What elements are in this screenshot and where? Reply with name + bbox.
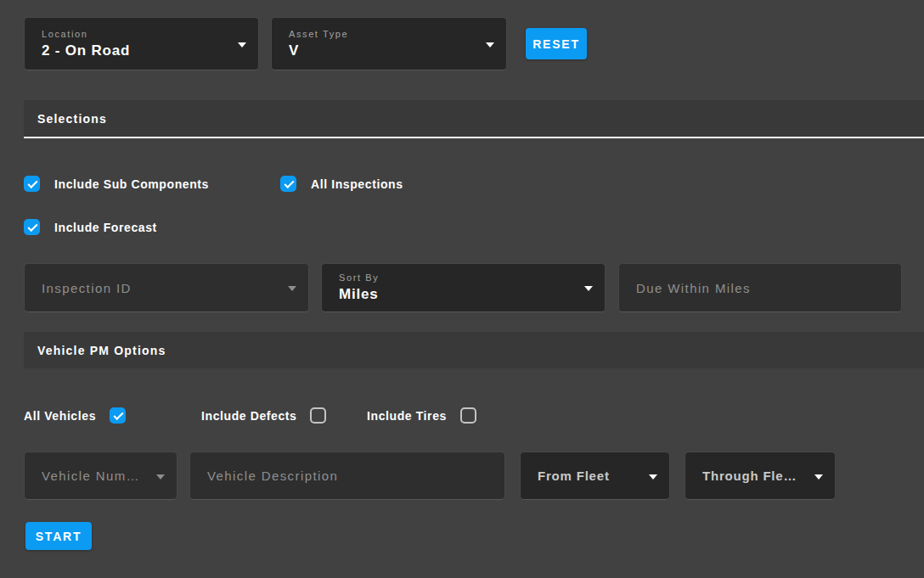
vehicle-pm-fields-row: Vehicle Num… From Fleet Through Fle… [0,452,924,500]
chevron-down-icon [486,42,494,48]
chevron-down-icon [649,474,657,480]
selections-checkbox-row-2: Include Forecast [0,219,924,235]
vehicle-number-select[interactable]: Vehicle Num… [24,452,177,500]
include-forecast-checkbox[interactable] [24,219,40,235]
location-select[interactable]: Location 2 - On Road [24,17,259,70]
include-sub-components-label: Include Sub Components [54,177,209,191]
include-forecast-label: Include Forecast [54,221,157,234]
sort-by-select[interactable]: Sort By Miles [321,263,606,312]
vehicle-pm-section-header: Vehicle PM Options [24,332,924,368]
selections-title: Selections [37,112,107,126]
asset-type-value: V [289,42,493,59]
include-tires-label: Include Tires [367,409,447,423]
selections-fields-row: Inspection ID Sort By Miles [0,263,924,312]
sort-by-label: Sort By [339,272,591,283]
vehicle-number-placeholder: Vehicle Num… [42,469,163,483]
all-vehicles-checkbox[interactable] [110,407,126,424]
start-button[interactable]: START [25,522,92,550]
all-inspections-label: All Inspections [311,177,403,191]
reset-button[interactable]: RESET [526,28,587,59]
chevron-down-icon [814,474,823,480]
inspection-id-placeholder: Inspection ID [42,281,295,295]
through-fleet-value: Through Fle… [702,469,821,483]
include-defects-option[interactable]: Include Defects [201,407,367,424]
inspection-id-select[interactable]: Inspection ID [24,263,309,312]
chevron-down-icon [156,474,165,480]
include-forecast-option[interactable]: Include Forecast [24,219,157,235]
asset-type-label: Asset Type [289,29,493,39]
chevron-down-icon [288,286,296,291]
all-vehicles-option[interactable]: All Vehicles [24,407,201,424]
include-tires-option[interactable]: Include Tires [367,407,476,424]
chevron-down-icon [238,42,246,48]
from-fleet-value: From Fleet [538,469,656,483]
selections-section-header: Selections [24,100,924,138]
chevron-down-icon [584,286,593,291]
include-defects-checkbox[interactable] [310,407,326,424]
selections-checkbox-row-1: Include Sub Components All Inspections [0,176,924,192]
sort-by-value: Miles [339,286,591,303]
all-vehicles-label: All Vehicles [24,409,96,423]
include-sub-components-checkbox[interactable] [24,176,40,192]
top-filter-row: Location 2 - On Road Asset Type V RESET [0,0,924,70]
all-inspections-option[interactable]: All Inspections [280,176,403,192]
location-value: 2 - On Road [42,42,245,59]
from-fleet-select[interactable]: From Fleet [520,452,670,500]
due-within-miles-input[interactable] [618,263,902,312]
include-defects-label: Include Defects [201,409,296,423]
through-fleet-select[interactable]: Through Fle… [685,452,836,500]
include-sub-components-option[interactable]: Include Sub Components [24,176,280,192]
asset-type-select[interactable]: Asset Type V [271,17,507,70]
vehicle-description-input[interactable] [189,452,505,500]
vehicle-pm-checkbox-row: All Vehicles Include Defects Include Tir… [0,407,924,424]
vehicle-pm-title: Vehicle PM Options [37,344,166,357]
location-label: Location [42,29,245,39]
include-tires-checkbox[interactable] [460,407,476,424]
all-inspections-checkbox[interactable] [280,176,296,192]
